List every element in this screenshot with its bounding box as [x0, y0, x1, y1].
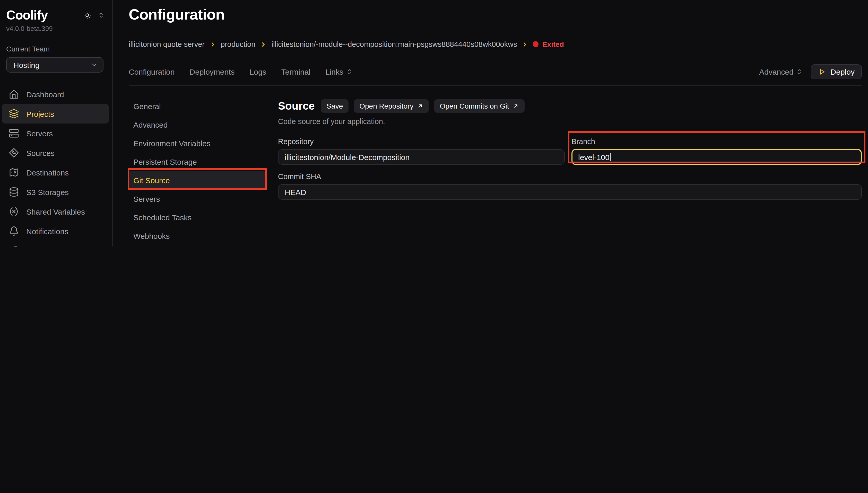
sidebar-item-label: Destinations — [26, 168, 69, 177]
sidebar-item-notifications[interactable]: Notifications — [0, 221, 112, 241]
database-icon — [9, 187, 19, 197]
breadcrumb-application[interactable]: illicitestonion/-module--decomposition:m… — [271, 40, 517, 49]
tab-logs[interactable]: Logs — [250, 67, 267, 76]
deploy-label: Deploy — [831, 67, 854, 76]
sidebar-item-label: Servers — [26, 129, 53, 138]
branch-input[interactable]: level-100 — [571, 149, 862, 166]
sidebar-item-destinations[interactable]: Destinations — [0, 163, 112, 182]
subnav-item-environment-variables[interactable]: Environment Variables — [129, 134, 265, 153]
chevron-down-icon — [91, 61, 98, 68]
team-select-value: Hosting — [14, 61, 40, 69]
repository-label: Repository — [278, 138, 565, 146]
chevrons-up-down-icon — [346, 68, 353, 75]
open-repository-label: Open Repository — [359, 102, 414, 110]
team-select[interactable]: Hosting — [6, 57, 104, 72]
subnav-item-preview-deployments[interactable]: Preview Deployments — [129, 245, 265, 246]
text-cursor — [610, 153, 611, 161]
open-repository-button[interactable]: Open Repository — [354, 100, 429, 113]
source-form: Repository Branch level-100 Commit SHA — [278, 138, 862, 200]
main-content: Configuration illicitonion quote server … — [113, 0, 868, 246]
bell-icon — [9, 226, 19, 236]
branch-label: Branch — [571, 138, 862, 146]
sidebar-item-label: S3 Storages — [26, 188, 69, 196]
sidebar-item-label: Shared Variables — [26, 207, 85, 216]
tab-configuration[interactable]: Configuration — [129, 67, 174, 76]
variable-icon — [9, 206, 19, 217]
key-icon — [9, 245, 19, 246]
repository-field: Repository — [278, 138, 565, 166]
logo-row: Coolify — [0, 7, 112, 23]
breadcrumb-project[interactable]: illicitonion quote server — [129, 40, 205, 49]
subnav-item-scheduled-tasks[interactable]: Scheduled Tasks — [129, 208, 265, 227]
repository-input[interactable] — [278, 150, 565, 165]
tab-terminal[interactable]: Terminal — [281, 67, 311, 76]
git-source-icon — [9, 148, 19, 158]
coolify-app: Coolify v4.0.0-beta.399 Current Team Hos… — [0, 0, 868, 246]
source-description: Code source of your application. — [278, 117, 862, 126]
sidebar-item-projects[interactable]: Projects — [2, 104, 109, 124]
subnav-item-general[interactable]: General — [129, 97, 265, 115]
git-source-panel: Source Save Open Repository Open Commits… — [278, 97, 862, 246]
sidebar-item-dashboard[interactable]: Dashboard — [0, 84, 112, 104]
tab-links-label: Links — [325, 67, 343, 76]
chevron-right-icon — [522, 41, 528, 48]
layers-icon — [9, 109, 19, 119]
branch-value: level-100 — [578, 153, 610, 162]
open-commits-label: Open Commits on Git — [440, 102, 509, 110]
chevron-right-icon — [260, 41, 267, 48]
server-icon — [9, 128, 19, 138]
current-team-label: Current Team — [0, 45, 112, 53]
theme-switcher-chevrons-icon[interactable] — [98, 12, 105, 18]
status-text: Exited — [542, 40, 564, 49]
sidebar-item-s3-storages[interactable]: S3 Storages — [0, 182, 112, 202]
app-version: v4.0.0-beta.399 — [0, 25, 112, 33]
map-icon — [9, 167, 19, 177]
subnav-item-servers[interactable]: Servers — [129, 190, 265, 208]
subnav-item-advanced[interactable]: Advanced — [129, 115, 265, 134]
page-title: Configuration — [129, 7, 862, 23]
tab-deployments[interactable]: Deployments — [189, 67, 234, 76]
external-link-icon — [417, 103, 423, 109]
sidebar-item-label: Keys & Tokens — [26, 246, 77, 246]
app-logo: Coolify — [6, 7, 48, 22]
sidebar-item-label: Notifications — [26, 227, 68, 235]
breadcrumb-environment[interactable]: production — [220, 40, 255, 49]
external-link-icon — [513, 103, 519, 109]
advanced-label: Advanced — [759, 67, 793, 76]
subnav-item-persistent-storage[interactable]: Persistent Storage — [129, 153, 265, 171]
tabs-row: Configuration Deployments Logs Terminal … — [129, 64, 862, 80]
breadcrumb: illicitonion quote server production ill… — [129, 40, 862, 49]
sidebar-nav: Dashboard Projects Servers Sources Desti… — [0, 84, 112, 246]
deploy-button[interactable]: Deploy — [811, 64, 862, 79]
tab-links[interactable]: Links — [325, 67, 353, 76]
chevrons-up-down-icon — [796, 68, 803, 75]
sidebar-item-servers[interactable]: Servers — [0, 124, 112, 143]
theme-sun-icon[interactable] — [83, 10, 92, 19]
commit-sha-label: Commit SHA — [278, 173, 862, 181]
save-button[interactable]: Save — [321, 100, 348, 113]
chevron-right-icon — [209, 41, 216, 48]
home-icon — [9, 89, 19, 99]
source-heading: Source — [278, 100, 315, 112]
sidebar-item-shared-variables[interactable]: Shared Variables — [0, 202, 112, 221]
sidebar-item-label: Projects — [26, 109, 54, 118]
open-commits-button[interactable]: Open Commits on Git — [434, 100, 524, 113]
source-header: Source Save Open Repository Open Commits… — [278, 100, 862, 113]
branch-field: Branch level-100 — [571, 138, 862, 166]
sidebar-item-keys-tokens[interactable]: Keys & Tokens — [0, 241, 112, 246]
play-icon — [818, 68, 826, 76]
sidebar-item-label: Dashboard — [26, 90, 64, 99]
commit-sha-input[interactable] — [278, 185, 862, 200]
subnav-item-webhooks[interactable]: Webhooks — [129, 227, 265, 245]
sidebar-item-sources[interactable]: Sources — [0, 143, 112, 163]
status-badge: Exited — [533, 40, 564, 49]
settings-subnav: General Advanced Environment Variables P… — [129, 97, 265, 246]
status-dot-icon — [533, 41, 539, 48]
subnav-item-git-source[interactable]: Git Source — [129, 171, 265, 190]
commit-sha-field: Commit SHA — [278, 173, 862, 200]
sidebar-item-label: Sources — [26, 148, 55, 157]
sidebar: Coolify v4.0.0-beta.399 Current Team Hos… — [0, 0, 113, 246]
advanced-dropdown[interactable]: Advanced — [759, 67, 803, 76]
tabs-divider — [129, 86, 862, 86]
